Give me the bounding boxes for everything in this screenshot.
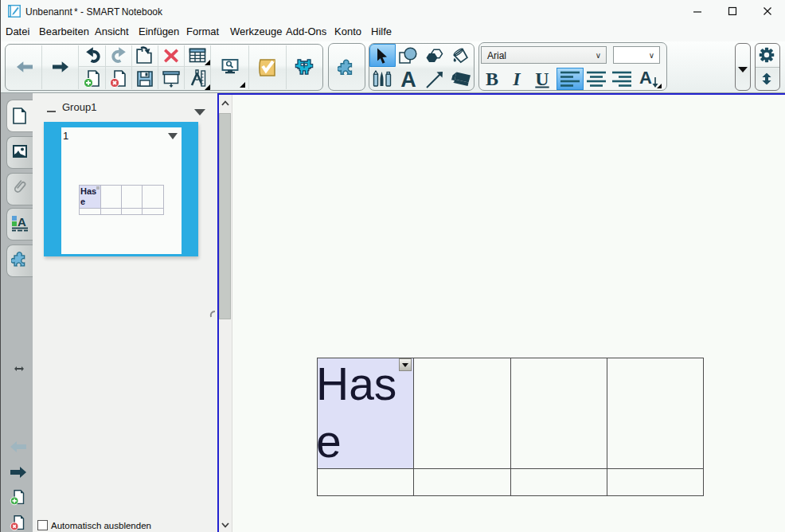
svg-text:A: A: [18, 215, 26, 229]
